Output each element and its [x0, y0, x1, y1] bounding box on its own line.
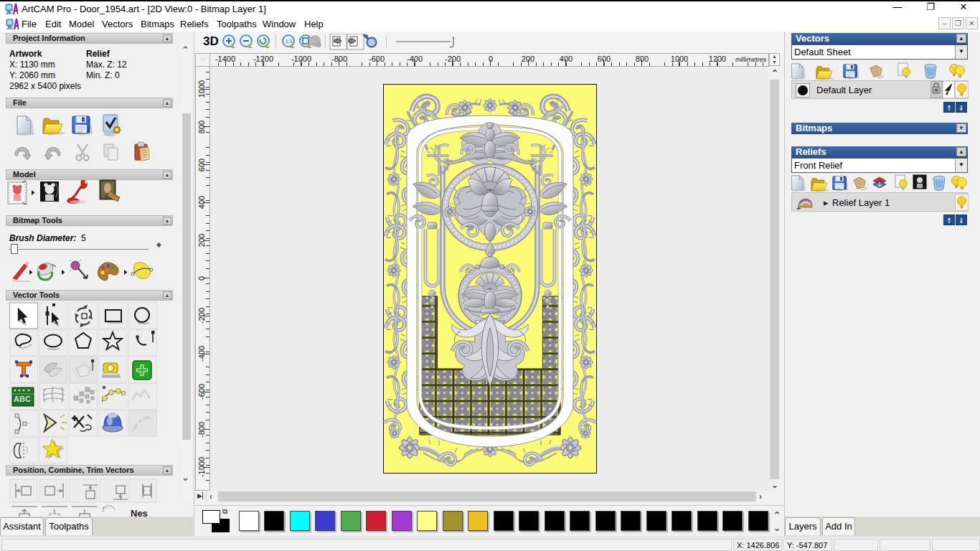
svg-text:+: +: [796, 204, 801, 212]
svg-text:1:1: 1:1: [286, 39, 293, 44]
svg-text:ABC: ABC: [14, 395, 31, 403]
